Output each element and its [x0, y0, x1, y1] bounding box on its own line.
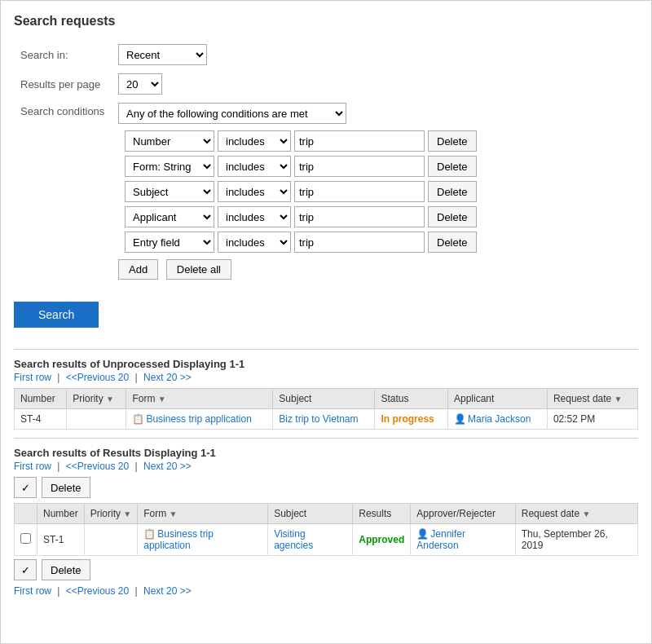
condition-row: NumberForm: StringSubjectApplicantEntry … — [125, 181, 632, 202]
results-table: Number Priority ▼ Form ▼ Subject Results… — [14, 503, 638, 556]
table-row: ST-1📋Business trip applicationVisiting a… — [15, 524, 638, 556]
condition-row: NumberForm: StringSubjectApplicantEntry … — [125, 156, 632, 177]
applicant-link[interactable]: Maria Jackson — [468, 413, 531, 425]
unprocessed-prev-link[interactable]: <<Previous 20 — [66, 372, 129, 383]
col-applicant-unproc: Applicant — [447, 389, 547, 409]
check-all-bottom-button[interactable]: ✓ — [14, 559, 37, 580]
condition-value-input-1[interactable] — [294, 156, 425, 177]
row-number: ST-4 — [15, 409, 67, 430]
condition-mode-select[interactable]: Any of the following conditions are met … — [118, 103, 346, 124]
condition-value-input-4[interactable] — [294, 232, 425, 253]
condition-value-input-0[interactable] — [294, 130, 425, 152]
condition-field-select-2[interactable]: NumberForm: StringSubjectApplicantEntry … — [125, 181, 214, 202]
form-icon: 📋 — [132, 413, 144, 425]
results-first-link-bottom[interactable]: First row — [14, 585, 51, 597]
col-subject-results: Subject — [268, 504, 353, 524]
col-number-results: Number — [37, 504, 85, 524]
results-per-page-label: Results per page — [14, 69, 112, 99]
approver-icon: 👤 — [416, 528, 429, 540]
condition-delete-button-2[interactable]: Delete — [428, 181, 477, 202]
row-form: 📋Business trip application — [138, 524, 268, 556]
results-first-link-top[interactable]: First row — [14, 461, 51, 472]
condition-row: NumberForm: StringSubjectApplicantEntry … — [125, 206, 632, 227]
subject-link[interactable]: Biz trip to Vietnam — [279, 413, 358, 425]
results-prev-link-top[interactable]: <<Previous 20 — [66, 461, 129, 472]
results-prev-link-bottom[interactable]: <<Previous 20 — [66, 585, 129, 597]
check-all-button[interactable]: ✓ — [14, 477, 37, 498]
results-per-page-select[interactable]: 10 20 50 100 — [118, 73, 162, 95]
condition-value-input-3[interactable] — [294, 206, 425, 227]
row-approver: 👤Jennifer Anderson — [411, 524, 515, 556]
unprocessed-first-link[interactable]: First row — [14, 372, 51, 383]
row-number: ST-1 — [37, 524, 85, 556]
applicant-icon: 👤 — [454, 413, 466, 425]
col-results-results: Results — [353, 504, 411, 524]
col-status-unproc: Status — [375, 389, 448, 409]
col-reqdate-results[interactable]: Request date ▼ — [515, 504, 637, 524]
results-next-link-bottom[interactable]: Next 20 >> — [143, 585, 192, 597]
row-checkbox-cell — [15, 524, 37, 556]
col-checkbox-results — [15, 504, 37, 524]
condition-delete-button-4[interactable]: Delete — [428, 232, 477, 253]
unprocessed-nav-top: First row | <<Previous 20 | Next 20 >> — [14, 372, 638, 383]
condition-row: NumberForm: StringSubjectApplicantEntry … — [125, 232, 632, 253]
condition-delete-button-1[interactable]: Delete — [428, 156, 477, 177]
condition-operator-select-3[interactable]: includesexcludesequals — [218, 206, 291, 227]
results-section-title: Search results of Results Displaying 1-1 — [14, 447, 638, 459]
results-next-link-top[interactable]: Next 20 >> — [143, 461, 192, 472]
col-priority-unproc[interactable]: Priority ▼ — [67, 389, 126, 409]
search-in-label: Search in: — [14, 40, 112, 69]
col-reqdate-unproc[interactable]: Request date ▼ — [547, 389, 637, 409]
condition-field-select-3[interactable]: NumberForm: StringSubjectApplicantEntry … — [125, 206, 214, 227]
add-condition-button[interactable]: Add — [118, 259, 158, 280]
results-nav-top: First row | <<Previous 20 | Next 20 >> — [14, 461, 638, 472]
condition-field-select-1[interactable]: NumberForm: StringSubjectApplicantEntry … — [125, 156, 214, 177]
row-applicant: 👤Maria Jackson — [447, 409, 547, 430]
unprocessed-table: Number Priority ▼ Form ▼ Subject Status … — [14, 388, 638, 430]
page-title: Search requests — [14, 14, 638, 29]
search-button[interactable]: Search — [14, 302, 99, 328]
row-results: Approved — [353, 524, 411, 556]
col-priority-results[interactable]: Priority ▼ — [84, 504, 138, 524]
search-in-select[interactable]: Recent All Unprocessed Processed — [118, 44, 207, 65]
col-approver-results: Approver/Rejecter — [411, 504, 515, 524]
row-request-date: Thu, September 26, 2019 — [515, 524, 637, 556]
col-number-unproc: Number — [15, 389, 67, 409]
condition-field-select-0[interactable]: NumberForm: StringSubjectApplicantEntry … — [125, 130, 214, 152]
condition-row: NumberForm: StringSubjectApplicantEntry … — [125, 130, 632, 152]
delete-selected-button[interactable]: Delete — [42, 477, 90, 498]
row-subject: Visiting agencies — [268, 524, 353, 556]
condition-operator-select-0[interactable]: includesexcludesequals — [218, 130, 291, 152]
table-row: ST-4📋Business trip applicationBiz trip t… — [15, 409, 638, 430]
unprocessed-next-link[interactable]: Next 20 >> — [143, 372, 192, 383]
row-subject: Biz trip to Vietnam — [273, 409, 375, 430]
row-form: 📋Business trip application — [126, 409, 273, 430]
row-checkbox[interactable] — [20, 533, 31, 544]
subject-link[interactable]: Visiting agencies — [274, 528, 313, 551]
results-nav-bottom: First row | <<Previous 20 | Next 20 >> — [14, 585, 638, 597]
unprocessed-section-title: Search results of Unprocessed Displaying… — [14, 358, 638, 370]
col-form-results[interactable]: Form ▼ — [138, 504, 268, 524]
condition-operator-select-2[interactable]: includesexcludesequals — [218, 181, 291, 202]
row-status: In progress — [375, 409, 448, 430]
form-link[interactable]: Business trip application — [146, 413, 251, 425]
condition-operator-select-4[interactable]: includesexcludesequals — [218, 232, 291, 253]
results-top-actions: ✓ Delete — [14, 477, 638, 498]
condition-value-input-2[interactable] — [294, 181, 425, 202]
col-form-unproc[interactable]: Form ▼ — [126, 389, 273, 409]
row-request-date: 02:52 PM — [547, 409, 637, 430]
row-priority — [84, 524, 138, 556]
col-subject-unproc: Subject — [273, 389, 375, 409]
row-priority — [67, 409, 126, 430]
condition-operator-select-1[interactable]: includesexcludesequals — [218, 156, 291, 177]
condition-delete-button-0[interactable]: Delete — [428, 130, 477, 152]
condition-delete-button-3[interactable]: Delete — [428, 206, 477, 227]
condition-field-select-4[interactable]: NumberForm: StringSubjectApplicantEntry … — [125, 232, 214, 253]
delete-selected-bottom-button[interactable]: Delete — [42, 559, 90, 580]
delete-all-button[interactable]: Delete all — [166, 259, 231, 280]
form-icon: 📋 — [143, 528, 156, 540]
search-conditions-label: Search conditions — [14, 99, 112, 284]
results-bottom-actions: ✓ Delete — [14, 559, 638, 580]
